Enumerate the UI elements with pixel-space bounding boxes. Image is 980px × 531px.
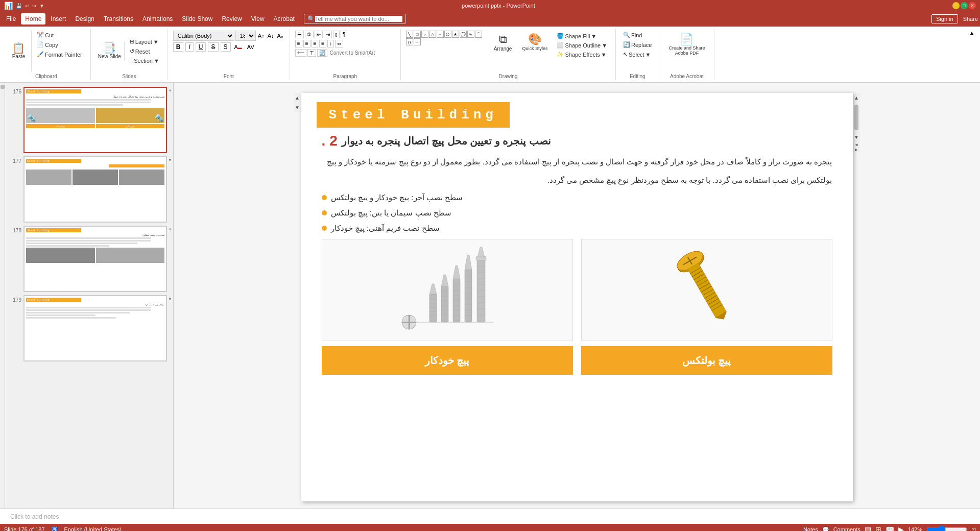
slide-image-179[interactable]: Steel Building مراحل نهایی نصب پنجره	[23, 295, 167, 361]
quick-customize[interactable]: ▼	[39, 3, 44, 9]
align-center[interactable]: ≡	[303, 40, 310, 47]
reading-view-icon[interactable]: 📖	[886, 525, 894, 531]
slide-thumb-176[interactable]: 176 Steel Building نصب پنجره و تعیین محل…	[7, 87, 171, 153]
underline-button[interactable]: U	[196, 42, 206, 52]
notes-bar[interactable]: Click to add notes	[0, 509, 980, 524]
slide-show-icon[interactable]: ▶	[898, 525, 904, 531]
section-button[interactable]: ≡ Section ▼	[128, 57, 161, 65]
format-painter-button[interactable]: 🖌️ Format Painter	[35, 50, 84, 59]
callout-shape[interactable]: 💬	[460, 31, 467, 38]
create-share-pdf-button[interactable]: 📄 Create and ShareAdobe PDF	[665, 32, 708, 58]
menu-insert[interactable]: Insert	[46, 13, 70, 25]
menu-animations[interactable]: Animations	[138, 13, 177, 25]
plus-shape[interactable]: +	[414, 38, 421, 45]
sign-in-button[interactable]: Sign in	[931, 14, 958, 23]
new-slide-button[interactable]: 📑 New Slide	[95, 41, 125, 61]
slide-image-177[interactable]: Steel Building	[23, 156, 167, 223]
triangle-shape[interactable]: △	[429, 31, 436, 38]
cut-button[interactable]: ✂️ Cut	[35, 31, 84, 39]
slide-thumb-177[interactable]: 177 Steel Building *	[7, 156, 171, 223]
bracket-shape[interactable]: {}	[406, 38, 413, 45]
increase-font-size[interactable]: A↑	[257, 32, 266, 40]
slide-image-176[interactable]: Steel Building نصب پنجره و تعیین محل پیچ…	[23, 87, 167, 153]
menu-slideshow[interactable]: Slide Show	[178, 13, 217, 25]
find-button[interactable]: 🔍 Find	[621, 31, 654, 39]
fit-button[interactable]: ⊡	[971, 526, 976, 532]
minimize-button[interactable]: ─	[952, 2, 960, 9]
align-left[interactable]: ≡	[295, 40, 302, 47]
rect-shape[interactable]: □	[414, 31, 421, 38]
clear-formatting[interactable]: Aₓ	[276, 32, 284, 40]
italic-button[interactable]: I	[185, 42, 193, 52]
decrease-indent[interactable]: ⇤	[315, 31, 323, 38]
paragraph-direction[interactable]: ¶	[341, 31, 347, 38]
maximize-button[interactable]: □	[961, 2, 968, 9]
numbering-button[interactable]: ①	[305, 31, 314, 38]
slide-sorter-icon[interactable]: ⊞	[875, 525, 881, 531]
shadow-button[interactable]: S	[221, 42, 231, 52]
menu-acrobat[interactable]: Acrobat	[270, 13, 299, 25]
ribbon-collapse[interactable]: ▲	[968, 29, 976, 80]
scroll-right-small[interactable]: ►	[854, 148, 858, 152]
curve-shape[interactable]: ∿	[467, 31, 474, 38]
convert-smartart[interactable]: 🔄	[317, 49, 327, 57]
slide-image-178[interactable]: Steel Building نصب درب و نصب سیلیکون	[23, 226, 167, 292]
scroll-left-small[interactable]: ◄	[854, 142, 858, 147]
zoom-slider[interactable]	[926, 525, 967, 531]
shape-effects-button[interactable]: ✨ Shape Effects ▼	[555, 50, 609, 59]
reset-button[interactable]: ↺ Reset	[128, 47, 161, 56]
menu-review[interactable]: Review	[218, 13, 246, 25]
arrow-shape[interactable]: →	[437, 31, 444, 38]
quick-styles-button[interactable]: 🎨 Quick Styles	[518, 31, 552, 53]
share-button[interactable]: Share	[963, 16, 978, 22]
scroll-down-arrow[interactable]: ▼	[293, 103, 302, 112]
strikethrough-button[interactable]: S	[208, 42, 218, 52]
align-right[interactable]: ≡	[312, 40, 319, 47]
font-color-button[interactable]: A▬	[233, 43, 244, 51]
v-scroll-thumb[interactable]	[854, 105, 858, 130]
connector-shape[interactable]: ⌒	[475, 31, 482, 38]
arrange-button[interactable]: ⧉ Arrange	[490, 31, 516, 54]
text-direction-button[interactable]: ⇔	[335, 40, 343, 47]
scroll-up-btn[interactable]: ▲	[852, 93, 861, 103]
menu-transitions[interactable]: Transitions	[100, 13, 137, 25]
shape-outline-button[interactable]: ⬜ Shape Outline ▼	[555, 41, 609, 50]
circle-shape[interactable]: ○	[421, 31, 428, 38]
bullets-button[interactable]: ☰	[295, 31, 304, 38]
justify[interactable]: ≡	[319, 40, 326, 47]
text-direction-btn2[interactable]: ⟵	[295, 49, 306, 57]
replace-button[interactable]: 🔄 Replace	[621, 40, 654, 49]
paste-button[interactable]: 📋 Paste	[6, 30, 32, 73]
tell-me-box[interactable]: 🔍	[304, 14, 406, 24]
char-spacing-button[interactable]: AV	[246, 43, 256, 51]
layout-button[interactable]: ⊞ Layout ▼	[128, 37, 161, 46]
shape-fill-button[interactable]: 🪣 Shape Fill ▼	[555, 32, 609, 40]
bold-button[interactable]: B	[173, 42, 184, 52]
quick-undo[interactable]: ↩	[25, 3, 29, 9]
decrease-font-size[interactable]: A↓	[267, 32, 275, 40]
scroll-up-arrow[interactable]: ▲	[293, 93, 302, 103]
menu-file[interactable]: File	[2, 13, 20, 25]
font-family-selector[interactable]: Calibri (Body)	[173, 31, 234, 41]
pentagon-shape[interactable]: ⬠	[444, 31, 451, 38]
menu-home[interactable]: Home	[21, 13, 45, 25]
menu-design[interactable]: Design	[71, 13, 98, 25]
tell-me-input[interactable]	[315, 16, 402, 22]
column-button[interactable]: ⫿	[333, 31, 340, 38]
quick-save[interactable]: 💾	[16, 3, 22, 9]
comments-status[interactable]: Comments	[833, 526, 861, 531]
font-size-selector[interactable]: 18	[235, 31, 256, 41]
menu-view[interactable]: View	[247, 13, 269, 25]
select-button[interactable]: ↖ Select ▼	[621, 50, 654, 59]
notes-status[interactable]: Notes	[803, 526, 818, 531]
scroll-down-btn[interactable]: ▼	[852, 132, 861, 142]
slide-thumb-178[interactable]: 178 Steel Building نصب درب و نصب سیلیکون	[7, 226, 171, 292]
align-text-button[interactable]: ⊤	[307, 49, 316, 57]
normal-view-icon[interactable]: ▤	[865, 525, 871, 531]
close-button[interactable]: ✕	[969, 2, 976, 9]
slide-thumb-179[interactable]: 179 Steel Building مراحل نهایی نصب پنجره…	[7, 295, 171, 361]
line-shape[interactable]: ╲	[406, 31, 413, 38]
star-shape[interactable]: ★	[452, 31, 459, 38]
line-spacing[interactable]: ↕	[327, 40, 334, 47]
quick-redo[interactable]: ↪	[32, 3, 36, 9]
